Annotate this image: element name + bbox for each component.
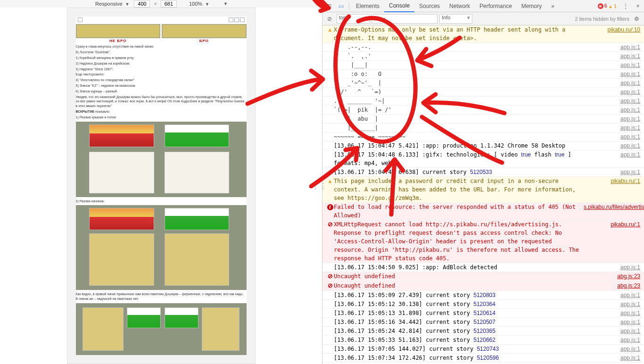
console-row: [13.06.17 15:07:34 172.426] current stor… <box>322 354 644 363</box>
console-row: [13.06.17 15:05:12 30.138] current story… <box>322 300 644 309</box>
label-ne-bro: НЕ БРО <box>76 38 161 43</box>
console-row: XMLHttpRequest cannot load http://s.pika… <box>322 220 644 263</box>
label-bro: БРО <box>162 38 247 43</box>
device-preview-pane: Responsive▼ × 100%▼ ▼ НЕ БРОБРО Сразу в … <box>0 0 322 364</box>
console-row: This page includes a password or credit … <box>322 177 644 203</box>
source-link[interactable]: app.js:1 <box>584 327 640 335</box>
devtools-panel: ◰ ▭ Elements Console Sources Network Per… <box>322 0 644 364</box>
console-row: `. ,.'app.js:1 <box>322 52 644 61</box>
source-link[interactable]: abg.js:23 <box>584 272 640 281</box>
console-settings-icon[interactable]: ⚙ <box>634 16 639 22</box>
console-row: /' ^ `=)app.js:1 <box>322 88 644 97</box>
console-row: Failed to load resource: the server resp… <box>322 203 644 220</box>
source-link[interactable]: app.js:1 <box>584 318 640 326</box>
photo-packs-trays <box>76 122 247 197</box>
devtools-close-icon[interactable]: × <box>632 0 644 12</box>
source-link[interactable]: pikabu.ru/:1 <box>584 220 640 229</box>
console-row: [13.06.17 15:04:48 6.638] current story … <box>322 168 644 177</box>
source-link[interactable]: app.js:1 <box>584 336 640 344</box>
console-row: | abu |app.js:1 <box>322 115 644 124</box>
source-link[interactable]: app.js:1 <box>584 354 640 362</box>
source-link[interactable]: abg.js:23 <box>584 281 640 290</box>
device-extra-dropdown[interactable]: ▼ <box>223 1 229 6</box>
source-link[interactable]: app.js:1 <box>584 124 640 132</box>
source-link[interactable]: app.js:1 <box>584 70 640 78</box>
console-row: [13.06.17 15:07:05 144.027] current stor… <box>322 345 644 354</box>
hidden-items-label: 2 items hidden by filters <box>575 16 629 22</box>
console-row: |___|app.js:1 <box>322 61 644 70</box>
console-row: [13.06.17 15:04:48 6.133] :gifx: technol… <box>322 150 644 168</box>
console-row: .--,--.app.js:1 <box>322 43 644 52</box>
errors-badge[interactable]: 6 <box>598 3 607 9</box>
photo-filling <box>76 205 247 290</box>
source-link[interactable]: app.js:1 <box>584 132 640 141</box>
source-link[interactable]: app.js:1 <box>584 291 640 299</box>
devtools-tabbar: ◰ ▭ Elements Console Sources Network Per… <box>322 0 644 12</box>
source-link[interactable]: app.js:1 <box>584 79 640 87</box>
tab-performance[interactable]: Performance <box>475 0 517 12</box>
source-link[interactable]: app.js:1 <box>584 88 640 96</box>
tab-sources[interactable]: Sources <box>414 0 445 12</box>
source-link[interactable]: app.js:1 <box>584 106 640 114</box>
dim-separator: × <box>153 1 157 7</box>
level-dropdown[interactable]: Info <box>439 14 472 24</box>
tab-elements[interactable]: Elements <box>351 0 384 12</box>
source-link[interactable]: app.js:1 <box>584 300 640 308</box>
console-row: [13.06.17 15:04:50 9.025] :app: AdBlock … <box>322 263 644 272</box>
console-row: Uncaught undefinedabg.js:23 <box>322 272 644 281</box>
inspect-element-icon[interactable]: ◰ <box>322 0 335 12</box>
console-row: [13.06.17 15:04:47 5.421] :app: producti… <box>322 141 644 150</box>
console-row: [13.06.17 15:05:16 34.442] current story… <box>322 318 644 327</box>
source-link[interactable]: app.js:1 <box>584 97 640 105</box>
devtools-menu-icon[interactable]: ⋮ <box>619 0 632 12</box>
console-row: `(<=| pik |= /'app.js:1 <box>322 106 644 115</box>
source-link[interactable]: pikabu.ru/:1 <box>584 177 640 185</box>
tab-overflow[interactable]: » <box>546 0 559 12</box>
source-link[interactable]: app.js:1 <box>584 309 640 317</box>
console-row: [13.06.17 15:05:33 51.163] current story… <box>322 336 644 345</box>
source-link[interactable]: s.pikabu.ru/files/advertising.js <box>584 203 640 211</box>
source-link[interactable]: app.js:1 <box>584 168 640 176</box>
console-row: :o o: Oapp.js:1 <box>322 70 644 79</box>
device-height-input[interactable] <box>161 0 177 8</box>
clear-console-icon[interactable]: ⊘ <box>324 16 335 22</box>
tab-network[interactable]: Network <box>445 0 475 12</box>
console-filterbar: ⊘ top Info 2 items hidden by filters ⚙ <box>322 12 644 25</box>
filter-input[interactable] <box>372 14 438 24</box>
console-row: [13.06.17 15:05:24 42.814] current story… <box>322 327 644 336</box>
toggle-device-icon[interactable]: ▭ <box>335 0 347 12</box>
device-width-input[interactable] <box>134 0 150 8</box>
tab-memory[interactable]: Memory <box>517 0 546 12</box>
device-mode-dropdown[interactable]: Responsive▼ <box>93 1 131 7</box>
device-toolbar: Responsive▼ × 100%▼ ▼ <box>0 0 322 8</box>
source-link[interactable]: app.js:1 <box>584 43 640 51</box>
warnings-badge[interactable]: 1 <box>608 3 617 9</box>
photo-bottom <box>76 303 247 355</box>
console-row: X-Frame-Options may only be set via an H… <box>322 25 644 43</box>
source-link[interactable]: app.js:1 <box>584 141 640 150</box>
pane-resize-handle[interactable]: ⋮⋮ <box>316 179 322 193</box>
source-link[interactable]: pikabu.ru/:10 <box>584 25 640 34</box>
console-row: Uncaught undefinedabg.js:23 <box>322 281 644 291</box>
console-row: _'~^~'_ |app.js:1 <box>322 79 644 88</box>
context-dropdown[interactable]: top <box>337 14 370 24</box>
source-link[interactable]: app.js:1 <box>584 263 640 272</box>
console-row: |_______|app.js:1 <box>322 124 644 132</box>
source-link[interactable]: app.js:1 <box>584 150 640 159</box>
tab-console[interactable]: Console <box>384 0 414 12</box>
console-row: .' _______ '~|app.js:1 <box>322 97 644 106</box>
source-link[interactable]: app.js:1 <box>584 61 640 69</box>
source-link[interactable]: app.js:1 <box>584 52 640 60</box>
source-link[interactable]: app.js:1 <box>584 115 640 123</box>
source-link[interactable]: app.js:1 <box>584 345 640 353</box>
console-row: ~~~~~~ ===== ~~~~~~~~app.js:1 <box>322 132 644 141</box>
device-zoom-dropdown[interactable]: 100%▼ <box>187 1 211 7</box>
console-output[interactable]: X-Frame-Options may only be set via an H… <box>322 25 644 364</box>
console-row: [13.06.17 15:05:13 31.898] current story… <box>322 309 644 318</box>
rendered-viewport[interactable]: НЕ БРОБРО Сразу в глаза кинулось отсутст… <box>67 8 256 364</box>
console-row: [13.06.17 15:05:09 27.439] current story… <box>322 291 644 300</box>
